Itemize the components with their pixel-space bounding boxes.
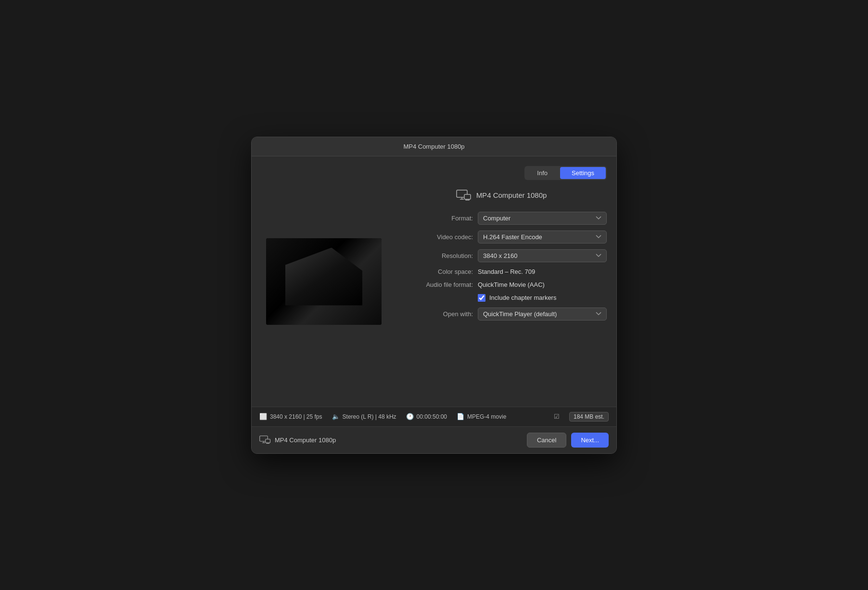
dialog-title: MP4 Computer 1080p bbox=[403, 143, 464, 150]
duration-status-text: 00:00:50:00 bbox=[417, 413, 447, 420]
chapter-markers-row: Include chapter markers bbox=[396, 294, 607, 302]
bottom-profile: MP4 Computer 1080p bbox=[259, 436, 336, 444]
audio-status-text: Stereo (L R) | 48 kHz bbox=[343, 413, 396, 420]
cancel-button[interactable]: Cancel bbox=[527, 433, 566, 448]
svg-rect-3 bbox=[464, 194, 471, 199]
open-with-row: Open with: QuickTime Player (default) No… bbox=[396, 308, 607, 321]
video-codec-label: Video codec: bbox=[396, 233, 473, 241]
resolution-select[interactable]: 3840 x 2160 1920 x 1080 1280 x 720 bbox=[478, 249, 607, 262]
tab-bar: Info Settings bbox=[396, 166, 607, 180]
color-space-value: Standard – Rec. 709 bbox=[478, 268, 607, 275]
format-label: Format: bbox=[396, 215, 473, 222]
bottom-monitor-icon bbox=[259, 436, 271, 444]
preview-thumbnail bbox=[266, 238, 382, 325]
profile-header: MP4 Computer 1080p bbox=[396, 190, 607, 201]
include-chapters-label[interactable]: Include chapter markers bbox=[489, 294, 556, 301]
svg-rect-11 bbox=[266, 443, 269, 444]
audio-status: 🔈 Stereo (L R) | 48 kHz bbox=[332, 413, 396, 420]
bottom-profile-name: MP4 Computer 1080p bbox=[275, 436, 336, 444]
open-with-select[interactable]: QuickTime Player (default) None bbox=[478, 308, 607, 321]
preview-panel bbox=[261, 166, 386, 397]
export-dialog: MP4 Computer 1080p Info Settings bbox=[251, 137, 617, 454]
color-space-label: Color space: bbox=[396, 268, 473, 275]
next-button[interactable]: Next... bbox=[571, 433, 609, 448]
svg-rect-10 bbox=[266, 439, 270, 443]
monitor-icon bbox=[456, 190, 472, 201]
audio-format-label: Audio file format: bbox=[396, 281, 473, 288]
include-chapters-checkbox[interactable] bbox=[478, 294, 485, 302]
bottom-bar: MP4 Computer 1080p Cancel Next... bbox=[252, 426, 616, 453]
format-status: 📄 MPEG-4 movie bbox=[457, 413, 506, 420]
title-bar: MP4 Computer 1080p bbox=[252, 137, 616, 156]
tab-group: Info Settings bbox=[524, 166, 607, 180]
video-codec-select[interactable]: H.264 Faster Encode H.264 Better Quality… bbox=[478, 231, 607, 244]
open-with-label: Open with: bbox=[396, 310, 473, 318]
checkmark-icon: ☑ bbox=[554, 413, 560, 420]
main-content: Info Settings MP4 Co bbox=[252, 156, 616, 407]
resolution-status-text: 3840 x 2160 | 25 fps bbox=[270, 413, 322, 420]
checkmark-status: ☑ bbox=[554, 413, 560, 420]
format-row: Format: Computer Mobile TV bbox=[396, 212, 607, 225]
tab-settings[interactable]: Settings bbox=[560, 167, 606, 179]
settings-panel: Info Settings MP4 Co bbox=[396, 166, 607, 397]
video-codec-row: Video codec: H.264 Faster Encode H.264 B… bbox=[396, 231, 607, 244]
audio-icon: 🔈 bbox=[332, 413, 340, 420]
format-select[interactable]: Computer Mobile TV bbox=[478, 212, 607, 225]
status-bar: ⬜ 3840 x 2160 | 25 fps 🔈 Stereo (L R) | … bbox=[252, 407, 616, 426]
file-icon: 📄 bbox=[457, 413, 464, 420]
resolution-label: Resolution: bbox=[396, 252, 473, 259]
form-rows: Format: Computer Mobile TV Video codec: … bbox=[396, 212, 607, 321]
resolution-status: ⬜ 3840 x 2160 | 25 fps bbox=[259, 413, 322, 420]
profile-name: MP4 Computer 1080p bbox=[476, 191, 547, 199]
resolution-row: Resolution: 3840 x 2160 1920 x 1080 1280… bbox=[396, 249, 607, 262]
audio-format-value: QuickTime Movie (AAC) bbox=[478, 281, 607, 288]
audio-format-row: Audio file format: QuickTime Movie (AAC) bbox=[396, 281, 607, 288]
size-estimate: 184 MB est. bbox=[569, 412, 609, 422]
display-icon: ⬜ bbox=[259, 413, 267, 420]
color-space-row: Color space: Standard – Rec. 709 bbox=[396, 268, 607, 275]
clock-icon: 🕐 bbox=[406, 413, 414, 420]
svg-rect-4 bbox=[465, 200, 470, 201]
duration-status: 🕐 00:00:50:00 bbox=[406, 413, 447, 420]
tab-info[interactable]: Info bbox=[525, 167, 559, 179]
format-status-text: MPEG-4 movie bbox=[467, 413, 506, 420]
bottom-actions: Cancel Next... bbox=[527, 433, 609, 448]
